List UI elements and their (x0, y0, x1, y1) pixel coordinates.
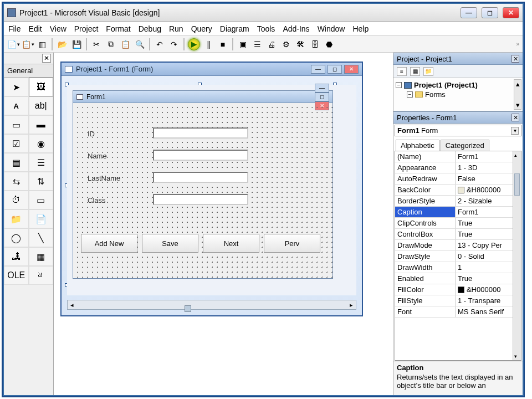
tab-categorized[interactable]: Categorized (441, 140, 489, 151)
property-row-name[interactable]: (Name)Form1 (395, 151, 521, 162)
form1-design-surface[interactable]: Form1 — ◻ ✕ ID Name La (73, 90, 333, 279)
button-prev[interactable]: Perv (264, 234, 320, 253)
menu-edit[interactable]: Edit (29, 24, 42, 33)
designer-canvas[interactable]: Form1 — ◻ ✕ ID Name La (67, 85, 356, 295)
maximize-button[interactable]: ◻ (482, 7, 498, 18)
menu-tools[interactable]: Tools (257, 24, 275, 33)
project-explorer-icon[interactable]: ▣ (237, 38, 249, 50)
property-value[interactable]: 1 - Transpare (456, 295, 521, 306)
menu-window[interactable]: Window (318, 24, 345, 33)
form-layout-icon[interactable]: 🖨 (265, 38, 278, 50)
property-value[interactable]: 1 (456, 262, 521, 273)
textbox-lastname[interactable] (153, 172, 248, 183)
menu-format[interactable]: Format (106, 24, 130, 33)
property-value[interactable]: 13 - Copy Per (456, 240, 521, 250)
combobox-tool-icon[interactable]: ▤ (4, 153, 29, 172)
tree-collapse-icon[interactable]: − (407, 91, 413, 98)
menu-run[interactable]: Run (169, 24, 183, 33)
scroll-thumb[interactable] (514, 173, 520, 196)
button-next[interactable]: Next (203, 234, 259, 253)
open-icon[interactable]: 📂 (56, 38, 68, 50)
button-addnew[interactable]: Add New (81, 234, 137, 253)
object-browser-icon[interactable]: ⚙ (280, 38, 292, 50)
property-row-backcolor[interactable]: BackColor&H800000 (395, 185, 521, 196)
menu-editor-icon[interactable]: ▥ (36, 38, 48, 50)
checkbox-tool-icon[interactable]: ☑ (4, 134, 29, 153)
form1-minimize-button[interactable]: — (315, 84, 329, 93)
design-grid[interactable]: ID Name LastName Class Add New Save Next (73, 103, 332, 278)
add-form-icon[interactable]: 📋 (22, 38, 34, 50)
data-view-icon[interactable]: 🗄 (309, 38, 321, 50)
paste-icon[interactable]: 📋 (119, 38, 131, 50)
break-icon[interactable]: ‖ (202, 38, 214, 50)
chevron-down-icon[interactable]: ▾ (511, 127, 519, 135)
minimize-button[interactable]: — (461, 7, 477, 18)
close-button[interactable]: ✕ (503, 7, 519, 18)
textbox-class[interactable] (153, 194, 248, 205)
find-icon[interactable]: 🔍 (134, 38, 146, 50)
property-value[interactable]: True (456, 273, 521, 284)
label-lastname[interactable]: LastName (88, 174, 120, 182)
commandbutton-tool-icon[interactable]: ▬ (29, 115, 54, 134)
filelistbox-tool-icon[interactable]: 📄 (29, 209, 54, 228)
menu-query[interactable]: Query (191, 24, 212, 33)
view-code-icon[interactable]: ≡ (397, 67, 407, 76)
property-value[interactable]: &H000000 (456, 284, 521, 295)
menu-view[interactable]: View (50, 24, 66, 33)
hscrollbar-tool-icon[interactable]: ⇆ (4, 172, 29, 191)
tree-forms-folder[interactable]: − Forms (396, 90, 520, 99)
textbox-tool-icon[interactable]: ab| (29, 96, 54, 115)
toolbox-close-icon[interactable]: ✕ (42, 54, 51, 63)
component-manager-icon[interactable]: ⬣ (323, 38, 335, 50)
drivelistbox-tool-icon[interactable]: ▭ (29, 191, 54, 209)
listbox-tool-icon[interactable]: ☰ (29, 153, 54, 172)
menu-help[interactable]: Help (352, 24, 369, 33)
designer-close-button[interactable]: ✕ (344, 65, 359, 74)
add-project-icon[interactable]: 📄 (7, 38, 19, 50)
menu-project[interactable]: Project (74, 24, 99, 33)
property-row-fillcolor[interactable]: FillColor&H000000 (395, 284, 521, 295)
property-value[interactable]: True (456, 218, 521, 228)
tree-collapse-icon[interactable]: − (396, 82, 402, 88)
property-value[interactable]: MS Sans Serif (456, 306, 521, 317)
tree-scrollbar[interactable]: ▴▾ (514, 79, 521, 110)
copy-icon[interactable]: ⧉ (105, 38, 117, 50)
picturebox-tool-icon[interactable]: 🖼 (29, 78, 54, 96)
property-row-drawwidth[interactable]: DrawWidth1 (395, 262, 521, 273)
property-row-caption[interactable]: CaptionForm1 (395, 207, 521, 218)
menu-file[interactable]: File (8, 24, 21, 33)
designer-maximize-button[interactable]: ◻ (328, 65, 342, 74)
property-row-controlbox[interactable]: ControlBoxTrue (395, 229, 521, 240)
property-row-autoredraw[interactable]: AutoRedrawFalse (395, 173, 521, 185)
properties-header[interactable]: Properties - Form1 ✕ (393, 111, 523, 124)
tree-project-root[interactable]: − Project1 (Project1) (396, 80, 520, 90)
label-name[interactable]: Name (88, 152, 107, 160)
designer-titlebar[interactable]: Project1 - Form1 (Form) — ◻ ✕ (62, 63, 362, 76)
vscrollbar-tool-icon[interactable]: ⇅ (29, 172, 54, 191)
property-row-appearance[interactable]: Appearance1 - 3D (395, 162, 521, 173)
end-icon[interactable]: ■ (217, 38, 229, 50)
property-row-borderstyle[interactable]: BorderStyle2 - Sizable (395, 196, 521, 207)
property-value[interactable]: Form1 (456, 207, 521, 217)
properties-close-icon[interactable]: ✕ (511, 114, 519, 121)
designer-hscrollbar[interactable]: ◂ ▸ (67, 300, 356, 310)
property-value[interactable]: &H800000 (456, 185, 521, 195)
undo-icon[interactable]: ↶ (154, 38, 166, 50)
adodc-tool-icon[interactable]: ఠ (29, 266, 54, 285)
property-row-drawstyle[interactable]: DrawStyle0 - Solid (395, 251, 521, 262)
project-explorer-close-icon[interactable]: ✕ (511, 55, 519, 63)
designer-minimize-button[interactable]: — (311, 65, 325, 74)
property-value[interactable]: Form1 (456, 151, 521, 162)
timer-tool-icon[interactable]: ⏱ (4, 191, 29, 209)
properties-window-icon[interactable]: ☰ (251, 38, 263, 50)
shape-tool-icon[interactable]: ◯ (4, 228, 29, 247)
property-value[interactable]: True (456, 229, 521, 239)
line-tool-icon[interactable]: ╲ (29, 228, 54, 247)
property-row-fillstyle[interactable]: FillStyle1 - Transpare (395, 295, 521, 306)
properties-scrollbar[interactable] (513, 151, 521, 360)
frame-tool-icon[interactable]: ▭ (4, 115, 29, 134)
project-tree[interactable]: − Project1 (Project1) − Forms ▴▾ (393, 78, 523, 111)
property-value[interactable]: 1 - 3D (456, 162, 521, 173)
properties-grid[interactable]: (Name)Form1Appearance1 - 3DAutoRedrawFal… (395, 151, 521, 361)
label-id[interactable]: ID (88, 130, 95, 138)
